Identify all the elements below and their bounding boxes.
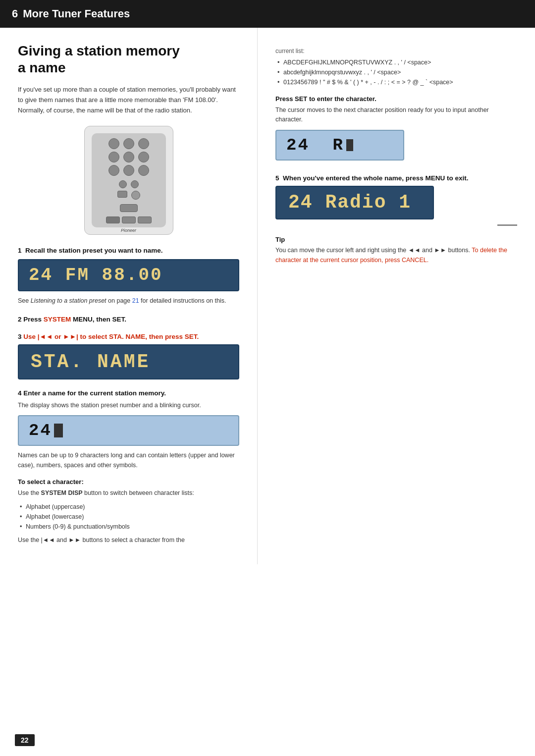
step1-heading: 1 Recall the station preset you want to … <box>18 247 239 254</box>
tip-section: Tip You can move the cursor left and rig… <box>275 236 517 265</box>
remote-image: Pioneer <box>84 126 173 235</box>
remote-btn-1 <box>108 138 119 149</box>
current-list-item-2: abcdefghijklmnopqrstuvwxyz . , ' / <spac… <box>275 67 517 77</box>
section-title: Giving a station memory a name <box>18 43 239 76</box>
step3-display: STA. NAME <box>18 344 239 379</box>
step5-display: 24 Radio 1 <box>275 186 434 219</box>
remote-btn-6 <box>138 152 149 162</box>
char-list-item-1: Alphabet (uppercase) <box>18 502 239 512</box>
chapter-title: More Tuner Features <box>23 7 130 20</box>
remote-btn-cancel <box>106 216 120 223</box>
chapter-number: 6 <box>12 7 18 20</box>
decorative-line <box>497 224 517 226</box>
step5-heading: 5 When you've entered the whole name, pr… <box>275 174 517 182</box>
to-select-char-text: Use the SYSTEM DISP button to switch bet… <box>18 488 239 498</box>
current-list-item-1: ABCDEFGHIJKLMNOPQRSTUVWXYZ . , ' / <spac… <box>275 57 517 67</box>
remote-btn-next <box>131 180 139 188</box>
step4-desc: The display shows the station preset num… <box>18 401 239 410</box>
current-list-item-3: 0123456789 ! " # $ % & ' ( ) * + , - . /… <box>275 77 517 87</box>
remote-btn-minus <box>117 191 127 198</box>
remote-btn-menu <box>122 216 136 223</box>
step2-heading: 2 Press SYSTEM MENU, then SET. <box>18 316 239 323</box>
step4-heading: 4 Enter a name for the current station m… <box>18 389 239 397</box>
press-set-heading: Press SET to enter the character. <box>275 95 517 103</box>
pioneer-brand: Pioneer <box>121 228 136 233</box>
intro-text: If you've set up more than a couple of s… <box>18 85 239 115</box>
step1-note: See Listening to a station preset on pag… <box>18 296 239 306</box>
current-list-bullets: ABCDEFGHIJKLMNOPQRSTUVWXYZ . , ' / <spac… <box>275 57 517 87</box>
left-column: Giving a station memory a name If you've… <box>0 28 258 564</box>
chapter-header: 6 More Tuner Features <box>0 0 535 28</box>
remote-btn-5 <box>123 152 134 162</box>
step4-display: 24 <box>18 415 239 446</box>
step1-display: 24 FM 88.00 <box>18 259 239 291</box>
right-column: current list: ABCDEFGHIJKLMNOPQRSTUVWXYZ… <box>258 28 535 564</box>
remote-btn-7 <box>108 165 119 176</box>
page-number: 22 <box>15 734 35 746</box>
remote-btn-3 <box>138 138 149 149</box>
to-select-char-heading: To select a character: <box>18 478 239 486</box>
char-list-item-2: Alphabet (lowercase) <box>18 512 239 522</box>
remote-btn-plus <box>131 191 140 200</box>
remote-btn-4 <box>108 152 119 162</box>
cursor-blink <box>54 424 63 437</box>
to-select-char-note: Use the |◄◄ and ►► buttons to select a c… <box>18 536 239 545</box>
current-list-label: current list: <box>275 48 517 54</box>
remote-btn-8 <box>123 165 134 176</box>
char-list-item-3: Numbers (0-9) & punctuation/symbols <box>18 522 239 532</box>
char-list-bullets: Alphabet (uppercase) Alphabet (lowercase… <box>18 502 239 532</box>
remote-btn-set <box>120 204 138 212</box>
tip-heading: Tip <box>275 236 517 243</box>
tip-text: You can move the cursor left and right u… <box>275 245 517 265</box>
remote-btn-disp <box>138 216 152 223</box>
press-set-display: 24 R <box>275 130 404 161</box>
remote-btn-9 <box>138 165 149 176</box>
step3-heading: 3 Use |◄◄ or ►►| to select STA. NAME, th… <box>18 333 239 340</box>
cursor-blink-2 <box>346 139 353 151</box>
remote-btn-prev <box>119 180 127 188</box>
remote-btn-2 <box>123 138 134 149</box>
step4-note: Names can be up to 9 characters long and… <box>18 451 239 470</box>
press-set-text: The cursor moves to the next character p… <box>275 106 517 125</box>
